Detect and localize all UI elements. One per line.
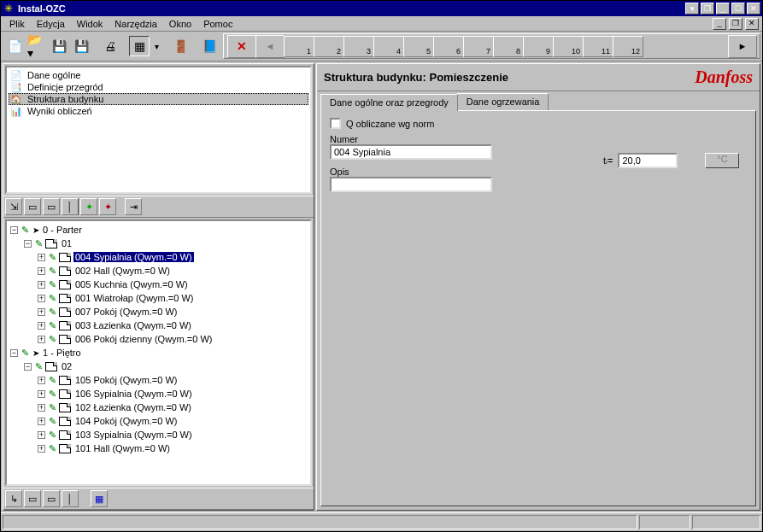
grid-toggle-button[interactable]: ▦ (129, 36, 150, 56)
page-icon (59, 417, 71, 426)
menu-help[interactable]: Pomoc (198, 18, 238, 30)
print-button[interactable]: 🖨 (100, 36, 120, 56)
run-tab-7[interactable]: 7 (463, 36, 494, 57)
expand-icon[interactable]: + (38, 390, 45, 398)
bottom-wings-icon[interactable]: ↳ (5, 490, 22, 507)
tree-room[interactable]: +✎005 Kuchnia (Qwym.=0 W) (10, 278, 308, 291)
menu-window[interactable]: Okno (164, 18, 197, 30)
q-checkbox[interactable] (330, 118, 341, 129)
exit-button[interactable]: 🚪 (170, 36, 191, 56)
grid-dropdown-button[interactable]: ▾ (151, 36, 161, 56)
export-button[interactable]: ⇥ (125, 198, 142, 215)
expand-icon[interactable]: + (38, 254, 45, 261)
run-tab-4[interactable]: 4 (373, 36, 404, 57)
nav-item-results[interactable]: 📊 Wyniki obliczeń (9, 105, 308, 117)
nav-item-partitions[interactable]: 📑 Definicje przegród (9, 81, 308, 93)
expand-icon[interactable]: + (38, 322, 45, 330)
add-button[interactable]: ✦ (80, 198, 97, 215)
tree-room[interactable]: +✎105 Pokój (Qwym.=0 W) (10, 373, 308, 387)
tree-room[interactable]: +✎004 Sypialnia (Qwym.=0 W) (10, 250, 308, 264)
run-tab-12[interactable]: 12 (613, 36, 643, 57)
mdi-restore-button[interactable]: ❐ (729, 18, 742, 30)
maximize-button[interactable]: ☐ (731, 3, 745, 15)
expand-icon[interactable]: + (38, 431, 45, 439)
run-prev-button[interactable]: ◄ (255, 35, 285, 58)
bottom-box1-button[interactable]: ▭ (24, 490, 41, 507)
ti-input[interactable]: 20,0 (618, 153, 678, 168)
bottom-box2-button[interactable]: ▭ (43, 490, 60, 507)
edit-icon: ✎ (21, 225, 29, 236)
tree-floor[interactable]: −✎➤0 - Parter (10, 223, 308, 237)
menu-edit[interactable]: Edycja (32, 18, 70, 30)
expand-icon[interactable]: + (38, 445, 45, 453)
run-tab-9[interactable]: 9 (523, 36, 554, 57)
menu-file[interactable]: Plik (4, 18, 30, 30)
expand-icon[interactable]: − (10, 349, 18, 357)
run-tab-10[interactable]: 10 (553, 36, 584, 57)
run-tab-2[interactable]: 2 (314, 36, 344, 57)
edit-icon: ✎ (49, 334, 56, 345)
run-tab-3[interactable]: 3 (343, 36, 374, 57)
tree-room[interactable]: +✎002 Hall (Qwym.=0 W) (10, 264, 308, 278)
tab-heating[interactable]: Dane ogrzewania (457, 93, 549, 110)
mdi-close-button[interactable]: ✕ (745, 18, 759, 30)
save-button[interactable]: 💾 (49, 36, 69, 56)
help-book-button[interactable]: 📘 (199, 36, 220, 56)
run-next-button[interactable]: ► (728, 35, 757, 58)
expand-icon[interactable]: + (38, 377, 45, 384)
expand-icon[interactable]: + (38, 336, 45, 343)
new-file-button[interactable]: 📄 (4, 36, 25, 56)
tree-room[interactable]: +✎001 Wiatrołap (Qwym.=0 W) (10, 291, 308, 305)
run-tab-8[interactable]: 8 (493, 36, 524, 57)
run-tab-5[interactable]: 5 (403, 36, 434, 57)
expand-icon[interactable]: + (38, 308, 45, 316)
expand-icon[interactable]: − (10, 226, 18, 234)
run-tab-11[interactable]: 11 (583, 36, 613, 57)
ti-unit-button[interactable]: °C (705, 153, 739, 168)
expand-icon[interactable]: + (38, 267, 45, 275)
tree-room[interactable]: +✎006 Pokój dzienny (Qwym.=0 W) (10, 332, 308, 346)
structure-tree[interactable]: −✎➤0 - Parter−✎01+✎004 Sypialnia (Qwym.=… (5, 219, 312, 486)
tree-section[interactable]: −✎02 (10, 360, 308, 373)
wings-icon[interactable]: ⇲ (5, 198, 22, 215)
expand-icon[interactable]: − (24, 363, 32, 371)
menu-view[interactable]: Widok (72, 18, 109, 30)
run-tab-6[interactable]: 6 (433, 36, 464, 57)
close-button[interactable]: ✕ (747, 3, 760, 15)
tree-room[interactable]: +✎104 Pokój (Qwym.=0 W) (10, 414, 308, 428)
save-all-button[interactable]: 💾 (71, 36, 91, 56)
page-icon (59, 266, 71, 276)
expand-icon[interactable]: + (38, 404, 45, 412)
tree-room[interactable]: +✎103 Sypialnia (Qwym.=0 W) (10, 428, 308, 441)
tree-section[interactable]: −✎01 (10, 237, 308, 250)
vline-button[interactable]: │ (62, 198, 79, 215)
mdi-minimize-button[interactable]: _ (713, 18, 726, 30)
menu-tools[interactable]: Narzędzia (109, 18, 162, 30)
box2-button[interactable]: ▭ (43, 198, 60, 215)
box1-button[interactable]: ▭ (24, 198, 41, 215)
tree-room[interactable]: +✎106 Sypialnia (Qwym.=0 W) (10, 387, 308, 400)
tree-floor[interactable]: −✎➤1 - Piętro (10, 346, 308, 360)
minimize-button[interactable]: _ (716, 3, 730, 15)
tab-general[interactable]: Dane ogólne oraz przegrody (320, 94, 458, 111)
expand-icon[interactable]: + (38, 281, 45, 289)
run-tab-1[interactable]: 1 (284, 36, 314, 57)
bottom-vline-button[interactable]: │ (62, 490, 79, 507)
nav-item-general[interactable]: 📄 Dane ogólne (9, 69, 308, 81)
opis-input[interactable] (330, 177, 492, 192)
tree-room[interactable]: +✎007 Pokój (Qwym.=0 W) (10, 305, 308, 319)
expand-icon[interactable]: − (24, 240, 32, 248)
open-folder-button[interactable]: 📂▾ (26, 36, 47, 56)
expand-icon[interactable]: + (38, 418, 45, 425)
remove-button[interactable]: ✦ (99, 198, 116, 215)
tree-room[interactable]: +✎101 Hall (Qwym.=0 W) (10, 441, 308, 455)
bottom-grid-button[interactable]: ▦ (91, 490, 108, 507)
tree-room[interactable]: +✎102 Łazienka (Qwym.=0 W) (10, 400, 308, 414)
nav-item-structure[interactable]: 🏠 Struktura budynku (9, 93, 308, 105)
numer-input[interactable]: 004 Sypialnia (330, 144, 492, 160)
expand-icon[interactable]: + (38, 295, 45, 302)
minimize-alt-button[interactable]: ▾ (685, 3, 699, 15)
restore-alt-button[interactable]: ❐ (701, 3, 714, 15)
tree-room[interactable]: +✎003 Łazienka (Qwym.=0 W) (10, 319, 308, 332)
run-cancel-button[interactable]: ✕ (227, 35, 256, 58)
